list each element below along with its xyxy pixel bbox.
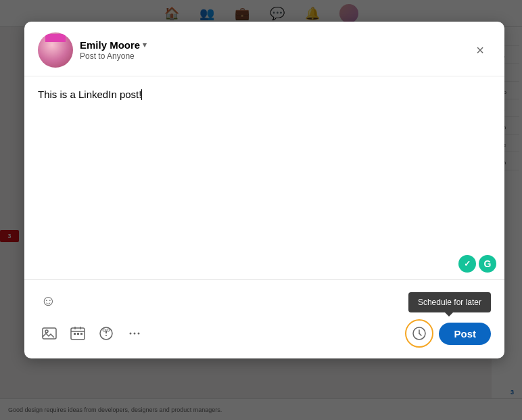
text-cursor: [141, 89, 142, 100]
svg-point-11: [105, 335, 107, 336]
post-text-value: This is a LinkedIn post!: [38, 89, 141, 100]
grammarly-g-icon[interactable]: G: [479, 255, 496, 273]
svg-line-19: [419, 333, 421, 335]
tag-button[interactable]: [95, 322, 118, 345]
user-name-text: Emily Moore: [80, 39, 140, 51]
svg-rect-7: [77, 333, 79, 335]
svg-point-1: [45, 330, 48, 333]
clock-ring[interactable]: [405, 319, 433, 348]
clock-icon: [412, 326, 427, 341]
image-upload-button[interactable]: [38, 322, 61, 345]
svg-rect-6: [74, 333, 76, 335]
svg-point-16: [138, 333, 140, 335]
post-text-content[interactable]: This is a LinkedIn post!: [38, 87, 491, 103]
more-icon: [127, 326, 142, 341]
user-name[interactable]: Emily Moore ▾: [80, 39, 147, 51]
dropdown-arrow-icon[interactable]: ▾: [143, 41, 147, 49]
toolbar-row: Schedule for later Post: [38, 319, 491, 348]
modal-header: Emily Moore ▾ Post to Anyone ×: [24, 22, 504, 76]
image-icon: [42, 326, 57, 341]
grammarly-spell-icon[interactable]: ✓: [458, 255, 476, 273]
post-audience[interactable]: Post to Anyone: [80, 51, 147, 61]
create-post-modal: Emily Moore ▾ Post to Anyone × This is a…: [24, 22, 504, 358]
avatar-hat: [45, 34, 66, 42]
calendar-button[interactable]: [66, 322, 89, 345]
tag-icon: [99, 326, 114, 341]
user-name-wrapper: Emily Moore ▾ Post to Anyone: [80, 39, 147, 61]
svg-point-15: [134, 333, 136, 335]
schedule-clock-button-wrap: [405, 319, 433, 348]
toolbar-right: Schedule for later Post: [405, 319, 491, 348]
close-button[interactable]: ×: [469, 39, 491, 61]
user-info: Emily Moore ▾ Post to Anyone: [38, 32, 147, 68]
toolbar-left: [38, 322, 146, 345]
grammarly-icons: ✓ G: [458, 255, 496, 273]
svg-point-13: [107, 329, 110, 331]
svg-point-12: [103, 329, 105, 331]
calendar-icon: [70, 326, 85, 341]
more-options-button[interactable]: [123, 322, 146, 345]
svg-rect-8: [80, 333, 82, 335]
emoji-button[interactable]: ☺: [38, 289, 58, 312]
post-button[interactable]: Post: [439, 323, 491, 345]
user-avatar: [38, 32, 73, 68]
modal-footer: ☺: [24, 279, 504, 358]
schedule-tooltip: Schedule for later: [408, 292, 491, 312]
svg-point-14: [130, 333, 132, 335]
modal-body: This is a LinkedIn post! ✓ G: [24, 76, 504, 279]
